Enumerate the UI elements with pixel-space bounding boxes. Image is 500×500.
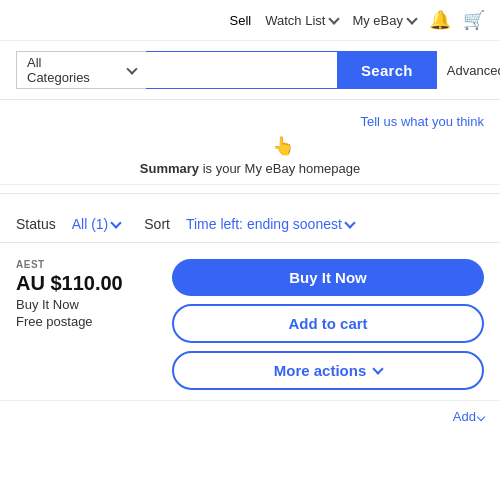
category-dropdown[interactable]: All Categories bbox=[16, 51, 146, 89]
postage-label: Free postage bbox=[16, 314, 156, 329]
my-ebay-menu[interactable]: My eBay bbox=[352, 13, 416, 28]
more-actions-button[interactable]: More actions bbox=[172, 351, 484, 390]
buy-now-button[interactable]: Buy It Now bbox=[172, 259, 484, 296]
more-actions-chevron-icon bbox=[373, 363, 384, 374]
buy-it-now-label: Buy It Now bbox=[16, 297, 156, 312]
summary-section: Tell us what you think 👆 Summary is your… bbox=[0, 100, 500, 185]
top-nav: Sell Watch List My eBay 🔔 🛒 bbox=[0, 0, 500, 41]
search-bar: All Categories Search Advanced bbox=[0, 41, 500, 100]
sell-link[interactable]: Sell bbox=[230, 13, 252, 28]
sort-label: Sort bbox=[144, 216, 170, 232]
action-buttons: Buy It Now Add to cart More actions bbox=[172, 259, 484, 390]
add-to-cart-button[interactable]: Add to cart bbox=[172, 304, 484, 343]
category-chevron-icon bbox=[126, 63, 137, 74]
status-filter-dropdown[interactable]: All (1) bbox=[72, 216, 121, 232]
advanced-search-link[interactable]: Advanced bbox=[447, 63, 500, 78]
filter-bar: Status All (1) Sort Time left: ending so… bbox=[0, 202, 500, 243]
product-row: AEST AU $110.00 Buy It Now Free postage … bbox=[0, 243, 500, 401]
watch-list-menu[interactable]: Watch List bbox=[265, 13, 338, 28]
currency-label: AEST bbox=[16, 259, 156, 270]
product-price: AU $110.00 bbox=[16, 272, 156, 295]
my-ebay-chevron-icon bbox=[406, 13, 417, 24]
shopping-cart-icon[interactable]: 🛒 bbox=[464, 10, 484, 30]
search-input[interactable] bbox=[146, 51, 337, 89]
status-label: Status bbox=[16, 216, 56, 232]
sort-chevron-icon bbox=[344, 217, 355, 228]
bottom-row: Add bbox=[0, 401, 500, 432]
product-info: AEST AU $110.00 Buy It Now Free postage bbox=[16, 259, 156, 329]
search-button[interactable]: Search bbox=[337, 51, 437, 89]
divider bbox=[0, 193, 500, 194]
add-small-button[interactable]: Add bbox=[453, 409, 484, 424]
add-chevron-icon bbox=[477, 412, 485, 420]
sort-dropdown[interactable]: Time left: ending soonest bbox=[186, 216, 354, 232]
summary-description: Summary is your My eBay homepage bbox=[16, 161, 484, 176]
tell-us-link[interactable]: Tell us what you think bbox=[16, 114, 484, 129]
notifications-bell-icon[interactable]: 🔔 bbox=[430, 10, 450, 30]
cursor-pointer-icon: 👆 bbox=[272, 135, 294, 157]
status-chevron-icon bbox=[111, 217, 122, 228]
watch-list-chevron-icon bbox=[329, 13, 340, 24]
